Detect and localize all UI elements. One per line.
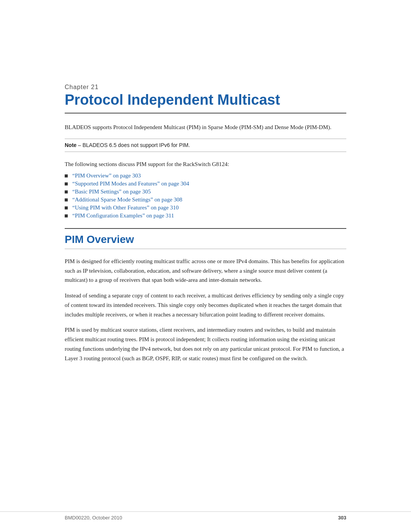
pim-paragraph-3: PIM is used by multicast source stations… [0, 325, 411, 363]
chapter-header: Chapter 21 Protocol Independent Multicas… [0, 84, 411, 108]
toc-link-1[interactable]: “PIM Overview” on page 303 [72, 173, 141, 179]
pim-overview-section: PIM Overview [0, 228, 411, 249]
toc-link-5[interactable]: “Using PIM with Other Features” on page … [72, 204, 179, 211]
intro-section: BLADEOS supports Protocol Independent Mu… [0, 123, 411, 219]
note-text: Note – BLADEOS 6.5 does not support IPv6… [65, 142, 190, 148]
bullet-icon-2 [65, 182, 68, 185]
note-box: Note – BLADEOS 6.5 does not support IPv6… [65, 139, 346, 152]
list-item: “Additional Sparse Mode Settings” on pag… [65, 197, 346, 203]
toc-intro-text: The following sections discuss PIM suppo… [65, 160, 346, 169]
note-label: Note [65, 142, 76, 148]
bullet-icon-3 [65, 190, 68, 193]
pim-paragraph-2: Instead of sending a separate copy of co… [0, 291, 411, 319]
list-item: “Using PIM with Other Features” on page … [65, 204, 346, 211]
section-rule-bottom [65, 249, 346, 249]
list-item: “PIM Configuration Examples” on page 311 [65, 212, 346, 219]
bullet-icon-5 [65, 206, 68, 209]
section-title: PIM Overview [0, 229, 411, 247]
list-item: “Supported PIM Modes and Features” on pa… [65, 181, 346, 187]
page-footer: BMD00220, October 2010 303 [0, 511, 411, 521]
list-item: “PIM Overview” on page 303 [65, 173, 346, 179]
toc-list: “PIM Overview” on page 303 “Supported PI… [65, 173, 346, 219]
intro-paragraph: BLADEOS supports Protocol Independent Mu… [65, 123, 346, 132]
toc-link-3[interactable]: “Basic PIM Settings” on page 305 [72, 189, 151, 195]
footer-left-text: BMD00220, October 2010 [65, 515, 122, 521]
note-body: – BLADEOS 6.5 does not support IPv6 for … [78, 142, 190, 148]
page-container: Chapter 21 Protocol Independent Multicas… [0, 0, 411, 532]
page-number: 303 [338, 515, 346, 521]
toc-link-6[interactable]: “PIM Configuration Examples” on page 311 [72, 212, 174, 219]
bullet-icon-1 [65, 174, 68, 177]
toc-link-2[interactable]: “Supported PIM Modes and Features” on pa… [72, 181, 189, 187]
chapter-label: Chapter 21 [65, 84, 346, 91]
toc-link-4[interactable]: “Additional Sparse Mode Settings” on pag… [72, 197, 182, 203]
top-spacer [0, 0, 411, 84]
pim-paragraph-1: PIM is designed for efficiently routing … [0, 257, 411, 285]
list-item: “Basic PIM Settings” on page 305 [65, 189, 346, 195]
header-divider [65, 113, 346, 113]
bullet-icon-4 [65, 198, 68, 201]
chapter-title: Protocol Independent Multicast [65, 92, 346, 108]
bullet-icon-6 [65, 214, 68, 217]
